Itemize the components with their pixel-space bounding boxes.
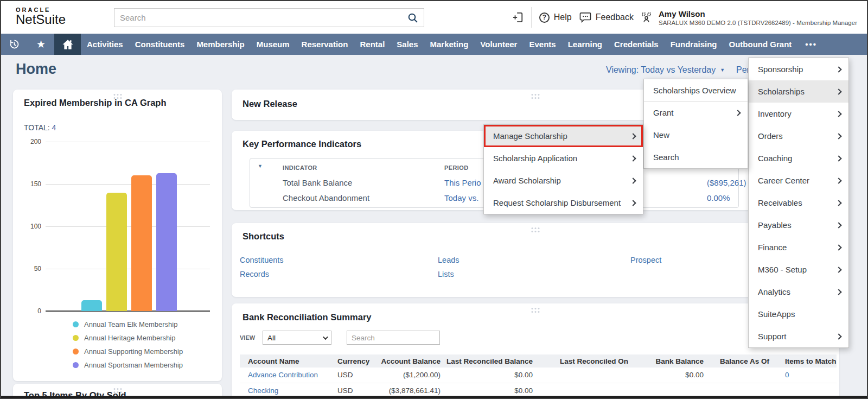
- menu-item-label: Receivables: [758, 198, 802, 207]
- menu-item-label: Orders: [758, 131, 783, 141]
- menu-item-scholarships[interactable]: Scholarships: [749, 80, 848, 103]
- kpi-dropdown-icon[interactable]: ▼: [258, 163, 263, 169]
- bank-col-currency[interactable]: Currency: [329, 354, 370, 368]
- bank-col-account-balance[interactable]: Account Balance: [370, 354, 446, 368]
- chart-total: TOTAL: 4: [24, 123, 56, 132]
- nav-tab-activities[interactable]: Activities: [81, 34, 129, 55]
- role-menu[interactable]: Amy Wilson SARALUX M360 DEMO 2.0 (TSTDRV…: [641, 9, 857, 26]
- netsuite-window: ORACLE NetSuite ? Help Feedback: [0, 0, 868, 399]
- menu-item-new[interactable]: New: [644, 124, 748, 146]
- bank-cell[interactable]: Advance Contribution: [240, 368, 329, 383]
- legend-label: Annual Sportsman Membership: [84, 361, 183, 369]
- bar-chart-plot: 050100150200: [13, 142, 222, 312]
- kpi-period-link[interactable]: This Perio: [444, 178, 481, 187]
- drag-handle-dots[interactable]: [532, 308, 540, 313]
- kpi-indicator-total-bank-balance[interactable]: Total Bank Balance: [283, 178, 352, 187]
- menu-item-label: Manage Scholarship: [493, 131, 567, 141]
- shortcut-link-lists[interactable]: Lists: [438, 270, 454, 278]
- nav-tab-marketing[interactable]: Marketing: [424, 34, 475, 55]
- menu-item-orders[interactable]: Orders: [749, 125, 848, 147]
- shortcut-link-prospect[interactable]: Prospect: [630, 256, 661, 264]
- nav-tab-membership[interactable]: Membership: [190, 34, 250, 55]
- oracle-netsuite-logo[interactable]: ORACLE NetSuite: [16, 7, 66, 27]
- bank-col-items-to-match[interactable]: Items to Match: [771, 354, 837, 368]
- menu-item-manage-scholarship[interactable]: Manage Scholarship: [484, 125, 643, 147]
- bank-col-balance-as-of[interactable]: Balance As Of: [709, 354, 771, 368]
- view-select[interactable]: All: [263, 331, 331, 345]
- nav-tab-constituents[interactable]: Constituents: [129, 34, 191, 55]
- kpi-indicator-checkout-abandonment[interactable]: Checkout Abandonment: [283, 193, 369, 202]
- chevron-right-icon: [835, 111, 841, 117]
- more-tabs-button[interactable]: •••: [797, 34, 825, 55]
- drag-handle-dots[interactable]: [532, 227, 540, 232]
- menu-item-search[interactable]: Search: [644, 146, 748, 168]
- menu-item-coaching[interactable]: Coaching: [749, 147, 848, 169]
- menu-item-inventory[interactable]: Inventory: [749, 103, 848, 125]
- help-label: Help: [554, 12, 572, 22]
- menu-item-career-center[interactable]: Career Center: [749, 169, 848, 192]
- kpi-period-link[interactable]: Today vs.: [444, 193, 478, 202]
- menu-item-award-scholarship[interactable]: Award Scholarship: [484, 169, 643, 192]
- chart-gridline: [46, 184, 210, 185]
- nav-tab-volunteer[interactable]: Volunteer: [474, 34, 523, 55]
- menu-item-finance[interactable]: Finance: [749, 236, 848, 258]
- global-search-input[interactable]: [114, 13, 407, 22]
- bank-col-last-reconciled-balance[interactable]: Last Reconciled Balance: [446, 354, 538, 368]
- nav-tab-events[interactable]: Events: [523, 34, 561, 55]
- menu-item-request-scholarship-disbursement[interactable]: Request Scholarship Disbursement: [484, 192, 643, 214]
- bank-cell[interactable]: 0: [771, 368, 837, 383]
- nav-tab-sales[interactable]: Sales: [391, 34, 424, 55]
- chevron-down-icon: [323, 334, 328, 340]
- nav-tab-rental[interactable]: Rental: [354, 34, 391, 55]
- menu-item-support[interactable]: Support: [749, 325, 848, 347]
- help-button[interactable]: ? Help: [539, 12, 572, 23]
- menu-item-sponsorship[interactable]: Sponsorship: [749, 58, 848, 80]
- menu-item-label: Analytics: [758, 287, 790, 296]
- menu-item-receivables[interactable]: Receivables: [749, 192, 848, 214]
- menu-item-m360-setup[interactable]: M360 - Setup: [749, 258, 848, 281]
- chevron-right-icon: [835, 178, 841, 183]
- bank-cell: $0.00: [641, 368, 709, 383]
- help-icon: ?: [539, 12, 550, 23]
- menu-item-scholarships-overview[interactable]: Scholarships Overview: [644, 79, 748, 102]
- bar-annual-team-elk-membership: [81, 300, 102, 311]
- menu-item-scholarship-application[interactable]: Scholarship Application: [484, 147, 643, 169]
- menu-item-payables[interactable]: Payables: [749, 214, 848, 236]
- global-search: [114, 8, 424, 27]
- viewing-dropdown[interactable]: Viewing: Today vs Yesterday ▼: [606, 65, 725, 75]
- bank-col-last-reconciled-on[interactable]: Last Reconciled On: [538, 354, 641, 368]
- bank-search-input[interactable]: [347, 331, 440, 345]
- bank-cell: ($1,200.00): [370, 368, 446, 383]
- nav-tab-credentials[interactable]: Credentials: [608, 34, 665, 55]
- menu-item-suiteapps[interactable]: SuiteApps: [749, 303, 848, 325]
- quick-add-icon[interactable]: [513, 11, 524, 23]
- search-icon[interactable]: [407, 12, 418, 23]
- bank-cell: [538, 368, 641, 383]
- bank-col-account-name[interactable]: Account Name: [240, 354, 329, 368]
- scholarships-submenu: Scholarships OverviewGrantNewSearch: [643, 79, 748, 169]
- shortcut-link-leads[interactable]: Leads: [438, 256, 459, 264]
- nav-tab-reservation[interactable]: Reservation: [296, 34, 354, 55]
- shortcut-link-records[interactable]: Records: [240, 270, 269, 278]
- header-divider: [531, 7, 532, 28]
- bank-title: Bank Reconciliation Summary: [242, 312, 372, 322]
- kpi-col-indicator: INDICATOR: [283, 164, 317, 171]
- nav-tab-learning[interactable]: Learning: [562, 34, 608, 55]
- drag-handle-dots[interactable]: [532, 94, 540, 99]
- feedback-button[interactable]: Feedback: [579, 12, 634, 23]
- nav-tab-fundraising[interactable]: Fundraising: [665, 34, 723, 55]
- main-navbar: ★ ActivitiesConstituentsMembershipMuseum…: [1, 34, 867, 55]
- recent-records-icon[interactable]: [1, 34, 28, 55]
- y-axis-tick: 50: [20, 265, 41, 273]
- favorites-star-icon[interactable]: ★: [28, 34, 54, 55]
- feedback-icon: [579, 12, 591, 23]
- nav-tab-outbound-grant[interactable]: Outbound Grant: [723, 34, 798, 55]
- home-tab-icon[interactable]: [54, 34, 81, 55]
- bank-table-header: Account NameCurrencyAccount BalanceLast …: [240, 354, 837, 368]
- menu-item-analytics[interactable]: Analytics: [749, 281, 848, 303]
- nav-tab-museum[interactable]: Museum: [251, 34, 296, 55]
- menu-item-label: Finance: [758, 243, 787, 252]
- menu-item-grant[interactable]: Grant: [644, 102, 748, 124]
- bank-col-bank-balance[interactable]: Bank Balance: [641, 354, 709, 368]
- shortcut-link-constituents[interactable]: Constituents: [240, 256, 284, 264]
